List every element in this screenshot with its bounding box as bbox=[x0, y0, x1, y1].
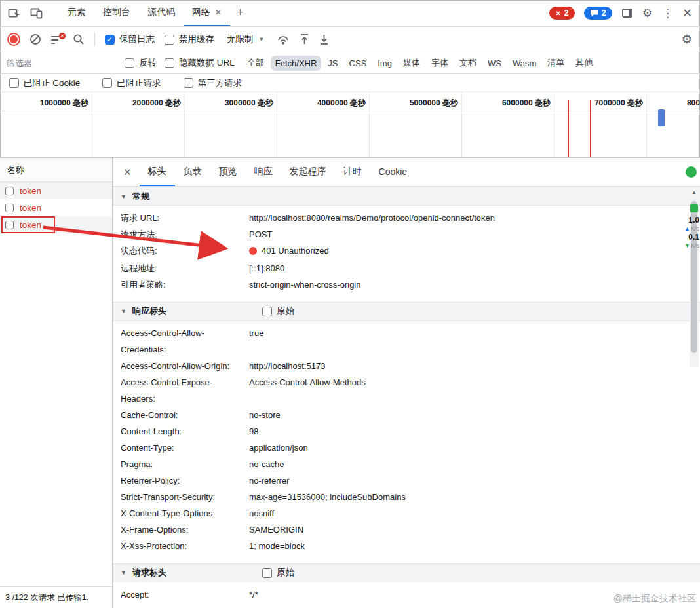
header-value-group: strict-origin-when-cross-origin bbox=[249, 276, 361, 293]
section-response-headers-header[interactable]: ▼ 响应标头 原始 bbox=[113, 302, 700, 321]
dock-side-icon[interactable] bbox=[621, 7, 633, 19]
checkbox-unchecked-icon bbox=[165, 58, 174, 68]
section-request-headers-header[interactable]: ▼ 请求标头 原始 bbox=[113, 563, 700, 582]
blocked-option-checkbox[interactable]: 已阻止 Cookie bbox=[9, 77, 80, 89]
details-tab[interactable]: 响应 bbox=[246, 158, 281, 186]
details-tab[interactable]: 预览 bbox=[210, 158, 246, 186]
download-arrow-icon: ▼ bbox=[684, 242, 690, 250]
failed-request-marker bbox=[590, 100, 591, 157]
request-row[interactable]: token bbox=[0, 199, 112, 216]
request-row[interactable]: token bbox=[0, 182, 112, 199]
request-activity-bar bbox=[658, 109, 665, 126]
details-tab[interactable]: 计时 bbox=[335, 158, 370, 186]
filter-input[interactable] bbox=[7, 58, 117, 68]
request-checkbox[interactable] bbox=[5, 204, 14, 212]
request-checkbox[interactable] bbox=[5, 221, 14, 229]
record-network-log-button[interactable] bbox=[10, 35, 18, 43]
filter-type-pill[interactable]: 其他 bbox=[571, 54, 597, 71]
kebab-menu-icon[interactable]: ⋮ bbox=[662, 8, 673, 19]
details-tab[interactable]: 发起程序 bbox=[281, 158, 335, 186]
header-kv-row: Access-Control-Allow-Credentials: true bbox=[113, 325, 700, 358]
raw-response-headers-checkbox[interactable]: 原始 bbox=[262, 305, 294, 317]
raw-label: 原始 bbox=[277, 305, 294, 317]
header-value: POST bbox=[249, 226, 272, 242]
header-value: 1; mode=block bbox=[249, 538, 700, 554]
close-devtools-icon[interactable]: ✕ bbox=[682, 7, 692, 19]
network-conditions-icon[interactable] bbox=[277, 34, 290, 45]
blocked-option-checkbox[interactable]: 第三方请求 bbox=[184, 77, 243, 89]
export-har-icon[interactable] bbox=[319, 33, 329, 45]
network-settings-gear-icon[interactable]: ⚙ bbox=[682, 33, 692, 45]
issues-count-badge[interactable]: 2 bbox=[584, 7, 612, 20]
disable-cache-checkbox[interactable]: 禁用缓存 bbox=[165, 33, 214, 45]
header-value: true bbox=[249, 325, 700, 341]
preserve-log-checkbox[interactable]: ✓ 保留日志 bbox=[105, 33, 155, 45]
devtools-top-bar: 元素 控制台 源代码 网络 ✕ + bbox=[0, 0, 700, 27]
timeline-gridline bbox=[184, 111, 185, 157]
raw-request-headers-checkbox[interactable]: 原始 bbox=[262, 567, 294, 579]
header-kv-row: 请求方法: POST bbox=[113, 226, 700, 242]
name-column-header[interactable]: 名称 bbox=[0, 158, 112, 182]
header-value-group: POST bbox=[249, 226, 272, 242]
network-summary-bar: 3 /122 次请求 已传输1. bbox=[0, 586, 112, 608]
header-name: Content-Length: bbox=[113, 423, 249, 440]
import-har-icon[interactable] bbox=[300, 33, 309, 45]
header-value: SAMEORIGIN bbox=[249, 522, 700, 538]
request-checkbox[interactable] bbox=[5, 187, 14, 195]
header-value: 401 Unauthorized bbox=[262, 242, 329, 259]
panel-tab[interactable]: 网络 ✕ bbox=[184, 0, 230, 26]
header-value: strict-origin-when-cross-origin bbox=[249, 276, 361, 293]
timeline-tick-label: 2000000 毫秒 bbox=[92, 92, 185, 111]
header-value: http://localhost:5173 bbox=[249, 358, 700, 374]
panel-tab[interactable]: 源代码 bbox=[139, 0, 184, 26]
hide-data-urls-checkbox[interactable]: 隐藏数据 URL bbox=[165, 57, 235, 69]
invert-filter-checkbox[interactable]: 反转 bbox=[125, 57, 157, 69]
scroll-up-arrow-icon[interactable]: ▲ bbox=[690, 187, 699, 197]
request-row[interactable]: token bbox=[0, 216, 112, 233]
request-details-panel: ✕ 标头 负载 预览 响应 发起程序 计时 bbox=[113, 158, 700, 608]
details-tab[interactable]: 标头 bbox=[140, 158, 175, 186]
throttling-select[interactable]: 无限制 ▼ bbox=[224, 31, 267, 47]
blocked-option-checkbox[interactable]: 已阻止请求 bbox=[102, 77, 161, 89]
timeline-overview[interactable]: 1000000 毫秒 2000000 毫秒 3000000 毫秒 4000000… bbox=[0, 92, 700, 158]
error-count-badge[interactable]: ✕ 2 bbox=[549, 7, 574, 20]
header-name: X-Frame-Options: bbox=[113, 522, 249, 538]
details-tab[interactable]: 负载 bbox=[175, 158, 210, 186]
preserve-log-label: 保留日志 bbox=[119, 33, 155, 45]
filter-type-pill[interactable]: 文档 bbox=[455, 54, 481, 71]
checkbox-unchecked-icon bbox=[165, 35, 174, 45]
filter-type-pill[interactable]: 字体 bbox=[427, 54, 453, 71]
filter-toggle-icon[interactable]: ✕ bbox=[51, 34, 63, 45]
panel-tab[interactable]: 控制台 bbox=[94, 0, 139, 26]
filter-type-pill[interactable]: 清单 bbox=[543, 54, 569, 71]
device-toolbar-icon[interactable] bbox=[30, 7, 43, 20]
header-kv-row: 引用者策略: strict-origin-when-cross-origin bbox=[113, 276, 700, 293]
panel-tab[interactable]: 元素 bbox=[59, 0, 94, 26]
filter-type-pill[interactable]: Img bbox=[373, 56, 397, 71]
summary-text: 3 /122 次请求 已传输1. bbox=[5, 592, 88, 603]
filter-type-pill[interactable]: JS bbox=[323, 56, 342, 71]
clear-network-log-icon[interactable] bbox=[29, 33, 41, 45]
filter-type-pill[interactable]: WS bbox=[483, 56, 506, 71]
network-toolbar: ✕ ✓ 保留日志 禁用缓存 无限制 ▼ ⚙ bbox=[0, 27, 700, 52]
filter-type-pill[interactable]: Wasm bbox=[508, 56, 541, 71]
inspect-element-icon[interactable] bbox=[8, 7, 21, 20]
filter-type-pill[interactable]: CSS bbox=[345, 56, 372, 71]
details-tab[interactable]: Cookie bbox=[370, 158, 416, 186]
filter-type-pill[interactable]: Fetch/XHR bbox=[271, 56, 322, 71]
close-details-icon[interactable]: ✕ bbox=[115, 166, 140, 178]
search-icon[interactable] bbox=[73, 33, 85, 45]
header-name: Accept-Encoding: bbox=[113, 603, 249, 608]
timeline-gridline bbox=[369, 111, 370, 157]
filter-type-pill[interactable]: 媒体 bbox=[399, 54, 425, 71]
close-tab-icon[interactable]: ✕ bbox=[215, 8, 222, 17]
speed-widget-icon bbox=[690, 204, 698, 212]
header-kv-row: 远程地址: [::1]:8080 bbox=[113, 260, 700, 276]
settings-gear-icon[interactable]: ⚙ bbox=[642, 7, 653, 19]
header-kv-row: X-Content-Type-Options: nosniff bbox=[113, 505, 700, 522]
disable-cache-label: 禁用缓存 bbox=[179, 33, 214, 45]
more-panels-button[interactable]: + bbox=[230, 0, 250, 26]
header-kv-row: Cache-Control: no-store bbox=[113, 407, 700, 423]
filter-type-pill[interactable]: 全部 bbox=[243, 54, 269, 71]
section-general-header[interactable]: ▼ 常规 bbox=[113, 187, 700, 206]
